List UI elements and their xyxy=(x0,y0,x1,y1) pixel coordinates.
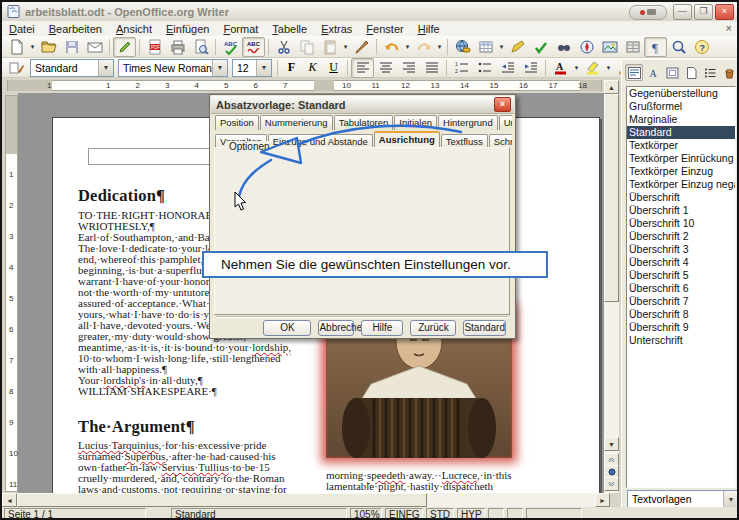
dialog-tab[interactable]: Ausrichtung xyxy=(374,131,440,147)
chevron-down-icon[interactable]: ▼ xyxy=(212,60,227,76)
vertical-scroll-thumb[interactable] xyxy=(604,94,619,302)
style-list[interactable]: GegenüberstellungGrußformelMarginalieSta… xyxy=(626,86,736,488)
page-preview-icon[interactable] xyxy=(189,37,212,57)
dialog-tab[interactable]: Hintergrund xyxy=(438,115,498,130)
horizontal-scroll-thumb[interactable] xyxy=(17,493,427,507)
zoom-indicator[interactable]: 105% xyxy=(350,508,382,520)
vertical-ruler[interactable]: 123456789101112 xyxy=(5,95,18,492)
menu-item[interactable]: Ansicht xyxy=(109,23,159,35)
redo-dropdown-icon[interactable]: ▾ xyxy=(435,43,444,51)
formatting-marks-icon[interactable]: ¶ xyxy=(644,37,667,57)
table-icon[interactable] xyxy=(474,37,497,57)
style-list-item[interactable]: Textkörper Einzug xyxy=(627,165,735,178)
autoformat-icon[interactable] xyxy=(529,37,552,57)
style-list-item[interactable]: Überschrift 10 xyxy=(627,217,735,230)
open-icon[interactable] xyxy=(37,37,60,57)
insert-mode-indicator[interactable]: EINFG xyxy=(385,508,423,520)
new-document-icon[interactable] xyxy=(5,37,28,57)
hyperlink-icon[interactable] xyxy=(451,37,474,57)
menu-item[interactable]: Bearbeiten xyxy=(42,23,109,35)
scroll-down-icon[interactable]: ▼ xyxy=(604,437,619,451)
style-list-item[interactable]: Überschrift 2 xyxy=(627,230,735,243)
cut-icon[interactable] xyxy=(272,37,295,57)
style-list-item[interactable]: Überschrift xyxy=(627,191,735,204)
increase-indent-icon[interactable] xyxy=(519,58,542,78)
style-list-item[interactable]: Textkörper Einzug negativ xyxy=(627,178,735,191)
minimize-button[interactable]: — xyxy=(673,4,692,20)
dialog-button[interactable]: Hilfe xyxy=(361,320,403,336)
font-color-dropdown-icon[interactable]: ▾ xyxy=(572,64,581,72)
align-right-icon[interactable] xyxy=(397,58,420,78)
menu-item[interactable]: Extras xyxy=(314,23,359,35)
style-list-item[interactable]: Überschrift 9 xyxy=(627,321,735,334)
style-list-item[interactable]: Marginalie xyxy=(627,113,735,126)
export-pdf-icon[interactable]: PDF xyxy=(143,37,166,57)
vertical-scrollbar[interactable]: ▲ ▼ xyxy=(604,80,619,493)
email-icon[interactable] xyxy=(83,37,106,57)
style-list-item[interactable]: Überschrift 4 xyxy=(627,256,735,269)
print-icon[interactable] xyxy=(166,37,189,57)
edit-file-icon[interactable] xyxy=(113,37,136,57)
gallery-icon[interactable] xyxy=(598,37,621,57)
menu-item[interactable]: Einfügen xyxy=(159,23,216,35)
style-category-combobox[interactable]: Textvorlagen▼ xyxy=(627,490,739,508)
style-list-item[interactable]: Textkörper xyxy=(627,139,735,152)
dialog-button[interactable]: Standard xyxy=(463,320,506,336)
copy-icon[interactable] xyxy=(295,37,318,57)
draw-functions-icon[interactable] xyxy=(506,37,529,57)
navigator-icon[interactable] xyxy=(575,37,598,57)
close-document-icon[interactable]: × xyxy=(726,22,732,34)
menu-item[interactable]: Format xyxy=(216,23,265,35)
scroll-right-icon[interactable]: ► xyxy=(595,493,610,507)
chevron-down-icon[interactable]: ▼ xyxy=(256,60,271,76)
font-color-icon[interactable]: A xyxy=(549,58,572,78)
paste-icon[interactable] xyxy=(318,37,341,57)
chevron-down-icon[interactable]: ▼ xyxy=(98,60,113,76)
style-list-item[interactable]: Standard xyxy=(627,126,735,139)
list-styles-icon[interactable] xyxy=(701,64,719,81)
font-name-combobox[interactable]: Times New Roman▼ xyxy=(118,59,228,77)
auto-spellcheck-icon[interactable]: ABC xyxy=(242,37,265,57)
style-list-item[interactable]: Überschrift 3 xyxy=(627,243,735,256)
style-list-item[interactable]: Überschrift 8 xyxy=(627,308,735,321)
save-icon[interactable] xyxy=(60,37,83,57)
paragraph-style-combobox[interactable]: Standard▼ xyxy=(30,59,114,77)
next-page-icon[interactable] xyxy=(604,477,619,491)
zoom-icon[interactable] xyxy=(667,37,690,57)
dialog-tab[interactable]: Umrandung xyxy=(499,115,512,130)
highlighting-dropdown-icon[interactable]: ▾ xyxy=(604,64,613,72)
page-styles-icon[interactable] xyxy=(682,64,700,81)
highlighting-icon[interactable] xyxy=(581,58,604,78)
menu-item[interactable]: Fenster xyxy=(359,23,410,35)
fill-format-mode-icon[interactable] xyxy=(720,64,738,81)
horizontal-ruler[interactable]: 11234567101112131415161718 xyxy=(2,78,622,93)
style-list-item[interactable]: Überschrift 5 xyxy=(627,269,735,282)
scroll-left-icon[interactable]: ◄ xyxy=(2,493,17,507)
find-replace-icon[interactable] xyxy=(552,37,575,57)
style-list-item[interactable]: Textkörper Einrückung xyxy=(627,152,735,165)
close-button[interactable]: × xyxy=(715,4,734,20)
help-icon[interactable]: ? xyxy=(690,37,713,57)
paste-dropdown-icon[interactable]: ▾ xyxy=(341,43,350,51)
menu-item[interactable]: Datei xyxy=(2,23,42,35)
table-dropdown-icon[interactable]: ▾ xyxy=(497,43,506,51)
data-sources-icon[interactable] xyxy=(621,37,644,57)
undo-dropdown-icon[interactable]: ▾ xyxy=(403,43,412,51)
align-center-icon[interactable] xyxy=(374,58,397,78)
menu-item[interactable]: Tabelle xyxy=(265,23,314,35)
justify-icon[interactable] xyxy=(420,58,443,78)
restore-button[interactable]: ❐ xyxy=(694,4,713,20)
scroll-up-icon[interactable]: ▲ xyxy=(604,80,619,94)
menu-item[interactable]: Hilfe xyxy=(411,23,447,35)
dialog-tab[interactable]: Tabulatoren xyxy=(334,115,394,130)
bullet-list-icon[interactable] xyxy=(473,58,496,78)
dialog-button[interactable]: OK xyxy=(263,320,311,336)
dialog-button[interactable]: Abbrechen xyxy=(318,320,354,336)
redo-icon[interactable] xyxy=(412,37,435,57)
chevron-down-icon[interactable]: ▼ xyxy=(723,491,738,507)
dialog-tab[interactable]: Initialen xyxy=(394,115,437,130)
dialog-title-bar[interactable]: Absatzvorlage: Standard × xyxy=(211,96,514,114)
style-list-item[interactable]: Grußformel xyxy=(627,100,735,113)
underline-button[interactable]: U xyxy=(323,58,344,77)
font-size-combobox[interactable]: 12▼ xyxy=(232,59,272,77)
